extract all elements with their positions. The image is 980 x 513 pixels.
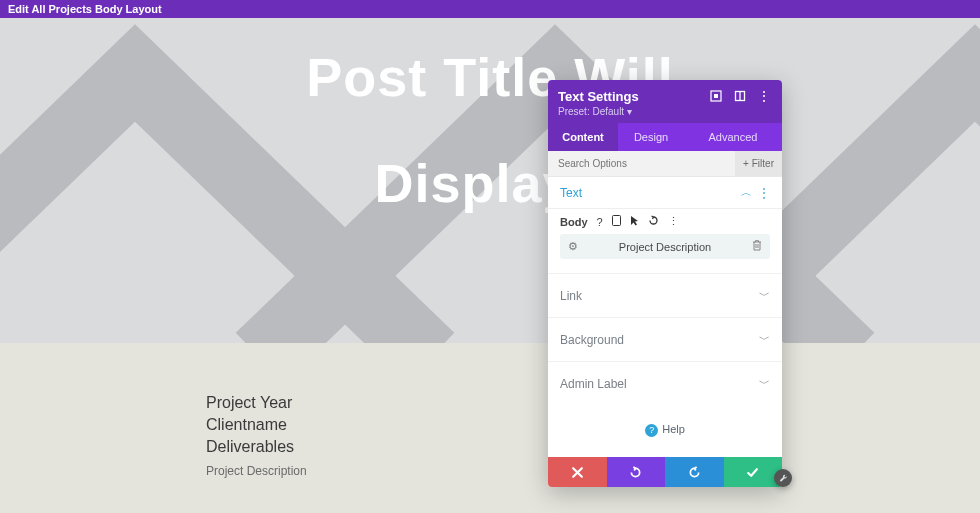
gear-icon[interactable]: ⚙ [568, 240, 578, 253]
meta-deliverables: Deliverables [206, 436, 307, 458]
kebab-icon[interactable]: ⋮ [756, 88, 772, 104]
panel-title: Text Settings [558, 89, 700, 104]
undo-icon[interactable] [648, 215, 659, 228]
panel-tabs: Content Design Advanced [548, 123, 782, 151]
hero-title-line1: Post Title Will [0, 46, 980, 108]
section-text-header[interactable]: Text ︿ ⋮ [560, 185, 770, 200]
section-background-label: Background [560, 333, 759, 347]
tab-content[interactable]: Content [548, 123, 618, 151]
section-link-header[interactable]: Link ﹀ [560, 288, 770, 303]
more-icon[interactable]: ⋮ [668, 215, 679, 228]
help-icon[interactable]: ? [597, 216, 603, 228]
section-background: Background ﹀ [548, 317, 782, 361]
help-label: Help [662, 423, 685, 435]
svg-rect-2 [714, 94, 718, 98]
panel-header[interactable]: Text Settings ⋮ Preset: Default ▾ [548, 80, 782, 123]
chevron-down-icon: ﹀ [759, 288, 770, 303]
meta-year: Project Year [206, 392, 307, 414]
confirm-button[interactable] [724, 457, 783, 487]
section-text-label: Text [560, 186, 741, 200]
section-text: Text ︿ ⋮ [548, 177, 782, 209]
tablet-icon[interactable] [612, 215, 621, 228]
chevron-up-icon: ︿ [741, 185, 752, 200]
help-button[interactable]: ?Help [645, 423, 685, 435]
section-admin-label: Admin Label ﹀ [548, 361, 782, 405]
meta-client: Clientname [206, 414, 307, 436]
top-bar-title: Edit All Projects Body Layout [8, 3, 162, 15]
chevron-down-icon: ﹀ [759, 332, 770, 347]
search-row: + Filter [548, 151, 782, 177]
section-admin-label-label: Admin Label [560, 377, 759, 391]
help-badge-icon: ? [645, 424, 658, 437]
trash-icon[interactable] [752, 240, 762, 253]
body-label: Body [560, 216, 588, 228]
hero-area: Post Title Will Display I [0, 18, 980, 343]
search-input[interactable] [548, 151, 735, 176]
floating-action-button[interactable] [774, 469, 792, 487]
help-zone: ?Help [548, 405, 782, 457]
cursor-icon[interactable] [630, 215, 639, 228]
meta-description: Project Description [206, 464, 307, 478]
hero-title-line2: Display I [0, 152, 980, 214]
chevron-down-icon: ﹀ [759, 376, 770, 391]
panel-footer [548, 457, 782, 487]
plus-icon: + [743, 158, 749, 169]
filter-button[interactable]: + Filter [735, 151, 782, 176]
tab-advanced[interactable]: Advanced [684, 123, 782, 151]
text-toolbar: Body ? ⋮ [560, 215, 770, 228]
section-admin-label-header[interactable]: Admin Label ﹀ [560, 376, 770, 391]
section-link: Link ﹀ [548, 273, 782, 317]
tab-design[interactable]: Design [618, 123, 684, 151]
snap-icon[interactable] [708, 88, 724, 104]
text-content-field[interactable]: ⚙ Project Description [560, 234, 770, 259]
section-kebab-icon[interactable]: ⋮ [758, 186, 770, 200]
redo-button[interactable] [665, 457, 724, 487]
text-content-value: Project Description [578, 241, 752, 253]
cancel-button[interactable] [548, 457, 607, 487]
section-link-label: Link [560, 289, 759, 303]
wrench-icon [779, 474, 788, 483]
filter-label: Filter [752, 158, 774, 169]
svg-rect-5 [612, 216, 620, 226]
expand-icon[interactable] [732, 88, 748, 104]
project-meta: Project Year Clientname Deliverables Pro… [206, 392, 307, 478]
preset-label[interactable]: Preset: Default ▾ [558, 106, 772, 117]
undo-button[interactable] [607, 457, 666, 487]
section-background-header[interactable]: Background ﹀ [560, 332, 770, 347]
text-section-body: Body ? ⋮ ⚙ Project Description [548, 209, 782, 273]
settings-panel: Text Settings ⋮ Preset: Default ▾ Conten… [548, 80, 782, 487]
top-bar: Edit All Projects Body Layout [0, 0, 980, 18]
